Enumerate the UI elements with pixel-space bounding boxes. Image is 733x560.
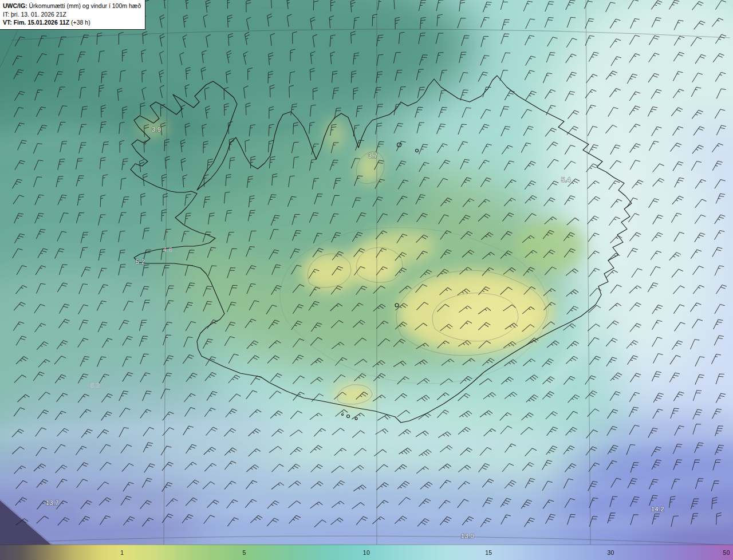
weather-map: 3.93.75.45.24.68.213.714.213.0 [0, 0, 733, 560]
colorbar-tick-5: 5 [243, 549, 246, 556]
valid-time: VT: Fim. 15.01.2026 11Z [3, 19, 69, 26]
value-label: 14.2 [651, 506, 664, 512]
map-title: Úrkomumætti (mm) og vindur í 100m hæð [27, 2, 141, 9]
map-title-line: UWC/IG: Úrkomumætti (mm) og vindur í 100… [3, 2, 141, 10]
value-label: 3.7 [368, 152, 378, 159]
value-label: 13.7 [46, 499, 59, 506]
colorbar-tick-10: 10 [363, 549, 370, 556]
colorbar-tick-50: 50 [723, 549, 730, 556]
value-label: 5.2 [136, 258, 145, 265]
lead-time: (+38 h) [69, 19, 90, 26]
value-label: 13.0 [461, 533, 474, 539]
value-label: 5.4 [561, 176, 571, 183]
valid-time-line: VT: Fim. 15.01.2026 11Z (+38 h) [3, 18, 141, 27]
init-time-line: IT: þri. 13. 01. 2026 21Z [3, 10, 141, 19]
colorbar-tick-15: 15 [485, 549, 492, 556]
precipitation-colorbar: 1510153050 [0, 545, 733, 560]
colorbar-tick-30: 30 [607, 549, 614, 556]
value-label: 8.2 [90, 382, 100, 389]
weather-map-app: 3.93.75.45.24.68.213.714.213.0 UWC/IG: Ú… [0, 0, 733, 560]
map-info-box: UWC/IG: Úrkomumætti (mm) og vindur í 100… [0, 0, 145, 30]
value-label: 3.9 [152, 126, 161, 133]
value-label: 4.6 [163, 246, 173, 253]
model-name: UWC/IG: [3, 2, 27, 9]
colorbar-tick-1: 1 [120, 549, 124, 556]
